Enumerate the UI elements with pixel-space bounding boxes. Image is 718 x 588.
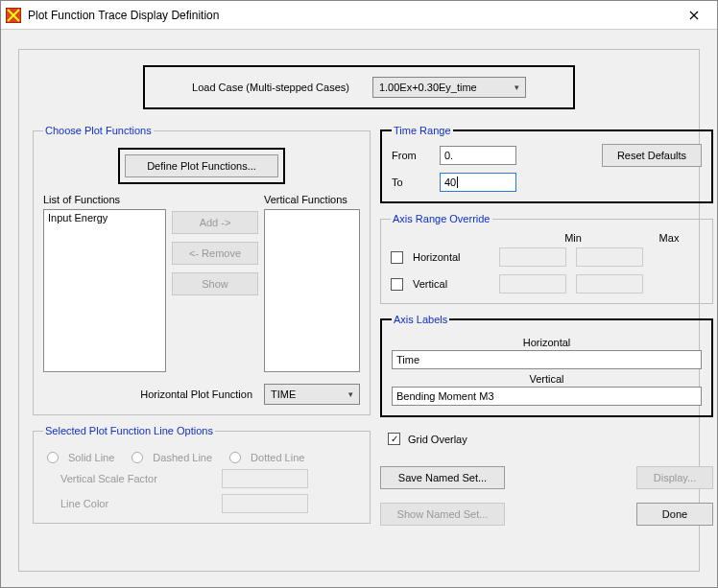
load-case-dropdown[interactable]: 1.00Ex+0.30Ey_time ▾ — [372, 77, 526, 98]
time-range-group: Time Range From 0. Reset Defaults To 40 — [380, 125, 713, 203]
axis-range-header: Min Max — [539, 232, 703, 244]
axis-labels-legend: Axis Labels — [392, 314, 449, 325]
horizontal-override-label: Horizontal — [413, 251, 490, 263]
list-of-functions-listbox[interactable]: Input Energy — [43, 209, 166, 372]
display-button[interactable]: Display... — [636, 466, 713, 489]
vsf-row: Vertical Scale Factor — [60, 469, 360, 488]
time-range-legend: Time Range — [392, 125, 453, 136]
line-style-row: Solid Line Dashed Line Dotted Line — [47, 452, 360, 463]
dialog-body: Load Case (Multi-stepped Cases) 1.00Ex+0… — [1, 30, 717, 587]
main-panel: Load Case (Multi-stepped Cases) 1.00Ex+0… — [18, 49, 700, 572]
add-button[interactable]: Add -> — [172, 211, 258, 234]
time-to-input[interactable]: 40 — [440, 173, 516, 192]
horizontal-plot-function-row: Horizontal Plot Function TIME ▾ — [43, 384, 360, 405]
list-of-functions-label: List of Functions — [43, 194, 166, 205]
axis-vertical-header: Vertical — [392, 373, 702, 385]
max-header: Max — [635, 232, 703, 244]
vsf-label: Vertical Scale Factor — [60, 473, 214, 484]
dashed-line-label: Dashed Line — [153, 452, 212, 463]
dotted-line-label: Dotted Line — [251, 452, 304, 463]
vertical-functions-listbox[interactable] — [264, 209, 360, 372]
solid-line-label: Solid Line — [68, 452, 114, 463]
axis-horizontal-input[interactable]: Time — [392, 350, 702, 369]
dialog-window: Plot Function Trace Display Definition L… — [0, 0, 718, 588]
text-cursor — [457, 176, 458, 188]
time-from-row: From 0. Reset Defaults — [392, 144, 702, 167]
horizontal-plot-function-dropdown[interactable]: TIME ▾ — [264, 384, 360, 405]
show-button[interactable]: Show — [172, 272, 258, 295]
chevron-down-icon: ▾ — [348, 389, 353, 399]
functions-row: List of Functions Input Energy Add -> <-… — [43, 194, 360, 372]
horizontal-plot-function-label: Horizontal Plot Function — [140, 388, 252, 400]
done-button[interactable]: Done — [636, 503, 713, 526]
right-column: Time Range From 0. Reset Defaults To 40 … — [380, 125, 713, 526]
choose-plot-functions-legend: Choose Plot Functions — [43, 125, 154, 136]
list-of-functions-col: List of Functions Input Energy — [43, 194, 166, 372]
min-header: Min — [539, 232, 607, 244]
show-named-set-button[interactable]: Show Named Set... — [380, 503, 505, 526]
vertical-override-checkbox[interactable] — [391, 278, 403, 291]
horizontal-min-input — [499, 247, 566, 267]
close-icon[interactable] — [675, 2, 713, 29]
axis-range-horizontal-row: Horizontal — [391, 247, 703, 267]
time-to-row: To 40 — [392, 173, 702, 192]
app-icon — [5, 7, 22, 24]
dashed-line-radio — [132, 452, 143, 463]
time-to-label: To — [392, 176, 430, 188]
grid-overlay-row: Grid Overlay — [388, 433, 713, 445]
axis-range-legend: Axis Range Override — [391, 213, 492, 224]
axis-horizontal-header: Horizontal — [392, 337, 702, 348]
main-grid: Choose Plot Functions Define Plot Functi… — [33, 125, 685, 526]
load-case-value: 1.00Ex+0.30Ey_time — [379, 82, 477, 93]
list-item[interactable]: Input Energy — [48, 212, 161, 223]
vertical-override-label: Vertical — [413, 278, 490, 290]
vsf-input — [222, 469, 308, 488]
horizontal-max-input — [576, 247, 643, 267]
horizontal-override-checkbox[interactable] — [391, 251, 403, 264]
selected-line-options-legend: Selected Plot Function Line Options — [43, 425, 215, 436]
solid-line-radio — [47, 452, 59, 463]
vertical-functions-label: Vertical Functions — [264, 194, 360, 205]
axis-range-override-group: Axis Range Override Min Max Horizontal — [380, 213, 713, 304]
vertical-max-input — [576, 274, 643, 294]
horizontal-plot-function-value: TIME — [271, 388, 296, 400]
vertical-min-input — [499, 274, 566, 294]
axis-range-vertical-row: Vertical — [391, 274, 703, 294]
line-color-row: Line Color — [60, 494, 360, 513]
show-done-row: Show Named Set... Done — [380, 503, 713, 526]
function-move-buttons: Add -> <- Remove Show — [172, 211, 258, 372]
reset-defaults-button[interactable]: Reset Defaults — [602, 144, 702, 167]
choose-plot-functions-group: Choose Plot Functions Define Plot Functi… — [33, 125, 371, 415]
remove-button[interactable]: <- Remove — [172, 242, 258, 265]
left-column: Choose Plot Functions Define Plot Functi… — [33, 125, 371, 526]
titlebar: Plot Function Trace Display Definition — [1, 1, 717, 30]
grid-overlay-checkbox[interactable] — [388, 433, 400, 445]
dotted-line-radio — [229, 452, 241, 463]
time-from-input[interactable]: 0. — [440, 146, 516, 165]
load-case-label: Load Case (Multi-stepped Cases) — [192, 82, 349, 93]
line-color-input — [222, 494, 308, 513]
chevron-down-icon: ▾ — [515, 82, 519, 92]
vertical-functions-col: Vertical Functions — [264, 194, 360, 372]
load-case-box: Load Case (Multi-stepped Cases) 1.00Ex+0… — [143, 65, 575, 109]
axis-labels-group: Axis Labels Horizontal Time Vertical Ben… — [380, 314, 713, 417]
selected-line-options-group: Selected Plot Function Line Options Soli… — [33, 425, 371, 524]
grid-overlay-label: Grid Overlay — [408, 434, 467, 445]
time-from-label: From — [392, 150, 430, 161]
save-display-row: Save Named Set... Display... — [380, 466, 713, 489]
save-named-set-button[interactable]: Save Named Set... — [380, 466, 505, 489]
define-plot-functions-box: Define Plot Functions... — [118, 148, 285, 184]
window-title: Plot Function Trace Display Definition — [28, 9, 675, 22]
line-color-label: Line Color — [60, 498, 214, 509]
define-plot-functions-button[interactable]: Define Plot Functions... — [125, 154, 278, 177]
axis-vertical-input[interactable]: Bending Moment M3 — [392, 387, 702, 406]
